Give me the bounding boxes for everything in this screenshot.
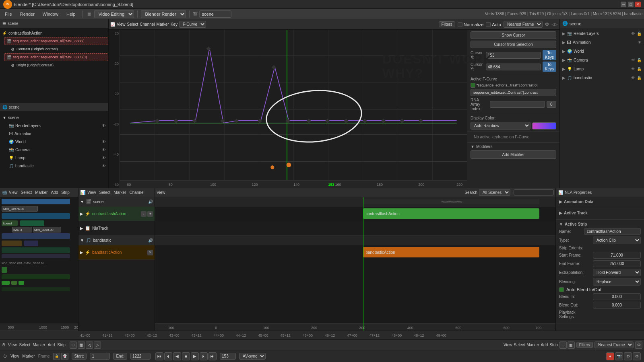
lock-lamp[interactable]: 🔒 xyxy=(637,67,642,71)
outliner-item-1[interactable]: 🎬 sequence_editor.sequences_all["MVI_338… xyxy=(4,37,108,45)
band-arrow[interactable]: ▼ xyxy=(80,238,84,243)
play-reverse-btn[interactable]: ◀ xyxy=(173,352,181,360)
seq-snap-select[interactable]: Nearest Frame xyxy=(594,341,634,348)
seq-add[interactable]: Add xyxy=(51,190,58,195)
to-keys-x-button[interactable]: To Keys xyxy=(543,50,556,60)
stop-btn[interactable]: ■ xyxy=(182,352,190,360)
active-track-title[interactable]: ▶ Active Track xyxy=(559,211,641,215)
active-fcurve-title[interactable]: Active F-Curve xyxy=(471,77,556,81)
add-modifier-button[interactable]: Add Modifier xyxy=(471,150,556,159)
modifiers-title[interactable]: ▼ Modifiers xyxy=(471,144,556,149)
prop-lamp[interactable]: ▶ 💡 Lamp 👁 🔒 xyxy=(560,64,644,73)
seq-strip-r[interactable]: Strip xyxy=(549,343,558,347)
scene-tree-bandtastic[interactable]: 🎵 bandtastic 👁 xyxy=(0,162,108,170)
engine-select[interactable]: Blender Render xyxy=(141,10,186,18)
seq-view-btn-1[interactable]: □ xyxy=(70,341,77,349)
normalize-checkbox[interactable] xyxy=(458,22,462,27)
nla-search[interactable]: Search xyxy=(464,190,477,195)
blend-in-val[interactable]: 0.000 xyxy=(593,293,641,300)
seq-view-btn-2[interactable]: ▦ xyxy=(78,341,85,349)
fc-marker-label[interactable]: Marker xyxy=(157,22,169,27)
eye-anim[interactable]: 👁 xyxy=(638,40,642,45)
editor-type-select[interactable]: Video Editing xyxy=(94,10,134,18)
seq-add-r[interactable]: Add xyxy=(541,343,548,347)
prop-bandtastic[interactable]: ▶ 🎵 bandtastic 👁 🔒 xyxy=(560,73,644,82)
seq-strip-3[interactable] xyxy=(2,233,70,239)
seq-view-btn-3[interactable]: ◁ xyxy=(86,341,93,349)
scene-tree-renderlayers[interactable]: 📷 RenderLayers 👁 xyxy=(0,121,108,130)
scene-tree-camera[interactable]: 📸 Camera 👁 xyxy=(0,146,108,154)
fc-channel-label[interactable]: Channel xyxy=(140,22,155,27)
bt-select[interactable]: Select xyxy=(19,343,31,347)
tl-start-input[interactable] xyxy=(90,353,110,360)
rna-index-num[interactable]: 0 xyxy=(547,101,557,108)
scene-tree-animation[interactable]: 🎞 Animation xyxy=(0,130,108,138)
seq-strip[interactable]: Strip xyxy=(61,190,70,195)
eye-icon-lamp[interactable]: 👁 xyxy=(102,156,106,160)
seq-green-2[interactable] xyxy=(2,274,70,279)
eye-rl[interactable]: 👁 xyxy=(631,31,635,36)
all-scenes-select[interactable]: All Scenes xyxy=(479,189,510,196)
tl-ghost-btn[interactable]: 👻 xyxy=(61,353,68,360)
tl-lock-btn[interactable]: 🔒 xyxy=(53,353,60,360)
band-push-btn[interactable]: ✕ xyxy=(147,250,153,255)
name-input[interactable] xyxy=(584,228,641,235)
skip-start-btn[interactable]: ⏮ xyxy=(155,352,163,360)
current-frame-input[interactable] xyxy=(220,353,236,360)
cursor-x-input[interactable] xyxy=(486,52,541,59)
nla-strip-contrastaflash[interactable]: contrastflashAction xyxy=(363,208,539,219)
scene-tree-scene[interactable]: ▼ scene xyxy=(0,113,108,121)
bt-add[interactable]: Add xyxy=(47,343,55,347)
tl-record-btn[interactable]: ● xyxy=(606,352,614,360)
seq-green-bg[interactable] xyxy=(2,287,70,291)
tl-markers[interactable]: Marker xyxy=(23,354,35,358)
outliner-item-0[interactable]: ⚡ contrastflashAction xyxy=(0,29,108,37)
filters-button[interactable]: Filters xyxy=(439,21,455,27)
to-keys-y-button[interactable]: To Keys xyxy=(543,62,556,72)
cursor-from-selection-button[interactable]: Cursor from Selection xyxy=(471,41,556,48)
eye-cam[interactable]: 👁 xyxy=(631,58,635,62)
sync-mode-select[interactable]: AV-sync xyxy=(239,353,266,360)
seq-snap-btn[interactable]: ⚙ xyxy=(635,341,642,349)
prop-world[interactable]: ▶ 🌍 World xyxy=(560,47,644,56)
auto-blend-checkbox[interactable] xyxy=(559,287,564,292)
nla-search-input[interactable] xyxy=(514,189,554,195)
eye-lamp[interactable]: 👁 xyxy=(631,67,635,71)
eye-icon-camera[interactable]: 👁 xyxy=(102,148,106,152)
outliner-item-3[interactable]: 🎬 sequence_editor.sequences_all["MVI_338… xyxy=(4,53,108,61)
cursor-y-input[interactable] xyxy=(486,64,541,70)
prev-frame-btn[interactable]: ⏴ xyxy=(164,352,172,360)
scene-arrow[interactable]: ▼ xyxy=(80,200,84,204)
nla-view[interactable]: View xyxy=(87,190,96,195)
eye-band[interactable]: 👁 xyxy=(631,76,635,80)
nla-select[interactable]: Select xyxy=(99,190,111,195)
seq-view-r[interactable]: View xyxy=(504,343,512,347)
animation-data-title[interactable]: ▶ Animation Data xyxy=(559,200,641,204)
seq-select[interactable]: Select xyxy=(21,190,32,195)
seq-marker-r[interactable]: Marker xyxy=(526,343,539,347)
blending-select[interactable]: Replace xyxy=(593,278,641,286)
show-cursor-button[interactable]: Show Cursor xyxy=(471,31,556,39)
menu-render[interactable]: Render xyxy=(17,11,38,17)
tl-view[interactable]: View xyxy=(10,354,19,358)
minimize-button[interactable]: ─ xyxy=(621,2,626,7)
seq-strip-2[interactable] xyxy=(20,220,44,226)
seq-eb-1[interactable]: □ xyxy=(559,341,567,349)
display-color-select[interactable]: Auto Rainbow xyxy=(471,122,530,130)
seq-green-1[interactable] xyxy=(2,267,7,273)
action-arrow[interactable]: ▶ xyxy=(80,212,83,216)
fcurve-checkbox[interactable] xyxy=(471,83,475,88)
fcurve-active-item[interactable]: sequence_editor.se...Contrast"].contrast xyxy=(471,89,556,96)
tl-end-input[interactable] xyxy=(130,353,151,360)
snap-options-icon[interactable]: ⚙ xyxy=(545,22,549,27)
type-select[interactable]: Action Clip xyxy=(593,237,641,244)
tl-extra2[interactable]: ⚙ xyxy=(633,352,641,360)
seq-strip-7[interactable] xyxy=(2,254,70,258)
seq-select-r[interactable]: Select xyxy=(514,343,525,347)
skip-end-btn[interactable]: ⏭ xyxy=(208,352,217,360)
next-frame-btn[interactable]: ⏵ xyxy=(200,352,208,360)
seq-g-0[interactable] xyxy=(2,281,10,285)
fc-mode-select[interactable]: F-Curve xyxy=(179,21,206,28)
lock-band[interactable]: 🔒 xyxy=(637,76,642,80)
prop-animation[interactable]: ▶ 🎞 Animation 👁 xyxy=(560,38,644,47)
